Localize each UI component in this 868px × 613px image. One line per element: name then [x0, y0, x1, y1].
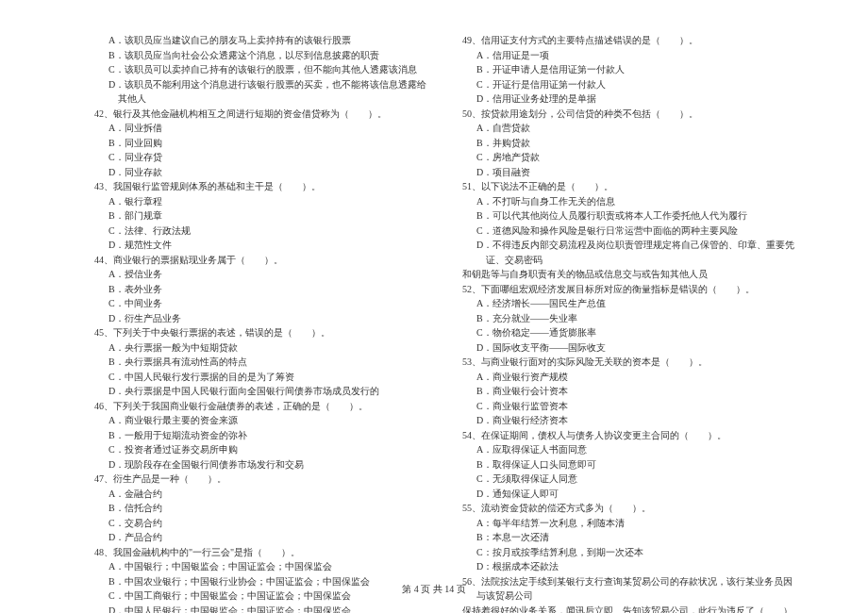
q47-option-a: A．金融合约: [94, 487, 429, 502]
q46-text: 46、下列关于我国商业银行金融债券的表述，正确的是（ ）。: [94, 399, 429, 414]
q44-option-b: B．表外业务: [94, 282, 429, 297]
right-column: 49、信用证支付方式的主要特点描述错误的是（ ）。 A．信用证是一项 B．开证申…: [462, 33, 797, 580]
q43-option-d: D．规范性文件: [94, 238, 429, 253]
q46-option-b: B．一般用于短期流动资金的弥补: [94, 428, 429, 443]
q51-option-c: C．道德风险和操作风险是银行日常运营中面临的两种主要风险: [462, 224, 797, 239]
q50-option-c: C．房地产贷款: [462, 150, 797, 165]
q42-option-c: C．同业存贷: [94, 150, 429, 165]
q52-option-c: C．物价稳定——通货膨胀率: [462, 325, 797, 340]
q41-option-b: B．该职员应当向社会公众透露这个消息，以尽到信息披露的职责: [94, 48, 429, 63]
q42-option-a: A．同业拆借: [94, 121, 429, 136]
q51-option-b: B．可以代其他岗位人员履行职责或将本人工作委托他人代为履行: [462, 208, 797, 224]
q45-option-b: B．央行票据具有流动性高的特点: [94, 355, 429, 370]
q54-option-a: A．应取得保证人书面同意: [462, 442, 797, 457]
q54-option-c: C．无须取得保证人同意: [462, 472, 797, 487]
q50-option-d: D．项目融资: [462, 165, 797, 180]
q53-text: 53、与商业银行面对的实际风险无关联的资本是（ ）。: [462, 355, 797, 370]
page-columns: A．该职员应当建议自己的朋友马上卖掉持有的该银行股票 B．该职员应当向社会公众透…: [94, 33, 797, 580]
q41-option-c: C．该职员可以卖掉自己持有的该银行的股票，但不能向其他人透露该消息: [94, 62, 429, 77]
q49-option-c: C．开证行是信用证第一付款人: [462, 77, 797, 92]
q52-option-d: D．国际收支平衡——国际收支: [462, 340, 797, 356]
q44-option-d: D．衍生产品业务: [94, 311, 429, 326]
q43-option-a: A．银行章程: [94, 194, 429, 209]
q45-option-d: D．央行票据是中国人民银行面向全国银行间债券市场成员发行的: [94, 384, 429, 399]
q45-option-c: C．中国人民银行发行票据的目的是为了筹资: [94, 370, 429, 385]
q49-option-d: D．信用证业务处理的是单据: [462, 91, 797, 107]
q44-option-a: A．授信业务: [94, 267, 429, 282]
q53-option-b: B．商业银行会计资本: [462, 384, 797, 399]
q49-text: 49、信用证支付方式的主要特点描述错误的是（ ）。: [462, 33, 797, 48]
q42-option-d: D．同业存款: [94, 165, 429, 180]
q48-option-a: A．中国银行；中国银监会；中国证监会；中国保监会: [94, 559, 429, 574]
q49-option-b: B．开证申请人是信用证第一付款人: [462, 62, 797, 77]
q54-text: 54、在保证期间，债权人与债务人协议变更主合同的（ ）。: [462, 428, 797, 443]
q44-option-c: C．中间业务: [94, 296, 429, 311]
q52-text: 52、下面哪组宏观经济发展目标所对应的衡量指标是错误的（ ）。: [462, 282, 797, 297]
q50-text: 50、按贷款用途划分，公司信贷的种类不包括（ ）。: [462, 107, 797, 122]
q51-option-d: D．不得违反内部交易流程及岗位职责管理规定将自己保管的、印章、重要凭证、交易密码: [462, 238, 797, 267]
q55-option-a: A：每半年结算一次利息，利随本清: [462, 516, 797, 531]
q51-option-a: A．不打听与自身工作无关的信息: [462, 194, 797, 209]
q48-text: 48、我国金融机构中的"一行三会"是指（ ）。: [94, 545, 429, 560]
left-column: A．该职员应当建议自己的朋友马上卖掉持有的该银行股票 B．该职员应当向社会公众透…: [94, 33, 429, 580]
q47-option-c: C．交易合约: [94, 516, 429, 531]
q42-text: 42、银行及其他金融机构相互之间进行短期的资金借贷称为（ ）。: [94, 107, 429, 122]
q41-option-d: D．该职员不能利用这个消息进行该银行股票的买卖，也不能将该信息透露给其他人: [94, 77, 429, 107]
q55-option-b: B：本息一次还清: [462, 530, 797, 545]
q52-option-b: B．充分就业——失业率: [462, 311, 797, 326]
q47-option-b: B．信托合约: [94, 501, 429, 516]
q54-option-b: B．取得保证人口头同意即可: [462, 457, 797, 472]
page-footer: 第 4 页 共 14 页: [0, 583, 868, 596]
q53-option-a: A．商业银行资产规模: [462, 370, 797, 385]
q53-option-d: D．商业银行经济资本: [462, 413, 797, 428]
q41-option-a: A．该职员应当建议自己的朋友马上卖掉持有的该银行股票: [94, 33, 429, 48]
q51-continuation: 和钥匙等与自身职责有关的物品或信息交与或告知其他人员: [462, 267, 797, 282]
q45-option-a: A．央行票据一般为中短期贷款: [94, 340, 429, 356]
q50-option-a: A．自营贷款: [462, 121, 797, 136]
q47-text: 47、衍生产品是一种（ ）。: [94, 472, 429, 487]
q48-option-d: D．中国人民银行；中国银监会；中国证监会；中国保监会: [94, 604, 429, 614]
q56-continuation: 保持着很好的业务关系，闻讯后立即 告知该贸易公司，此行为违反了（ ）规定。: [462, 604, 797, 614]
q47-option-d: D．产品合约: [94, 530, 429, 545]
q54-option-d: D．通知保证人即可: [462, 487, 797, 502]
q50-option-b: B．并购贷款: [462, 136, 797, 151]
q49-option-a: A．信用证是一项: [462, 48, 797, 63]
q53-option-c: C．商业银行监管资本: [462, 399, 797, 414]
q45-text: 45、下列关于中央银行票据的表述，错误的是（ ）。: [94, 325, 429, 340]
q43-text: 43、我国银行监管规则体系的基础和主干是（ ）。: [94, 179, 429, 194]
q43-option-b: B．部门规章: [94, 208, 429, 224]
q46-option-a: A．商业银行最主要的资金来源: [94, 413, 429, 428]
q46-option-c: C．投资者通过证券交易所申购: [94, 442, 429, 457]
q42-option-b: B．同业回购: [94, 136, 429, 151]
q55-option-d: D：根据成本还款法: [462, 559, 797, 574]
q46-option-d: D．现阶段存在全国银行间债券市场发行和交易: [94, 457, 429, 472]
q44-text: 44、商业银行的票据贴现业务属于（ ）。: [94, 253, 429, 268]
q52-option-a: A．经济增长——国民生产总值: [462, 296, 797, 311]
q43-option-c: C．法律、行政法规: [94, 224, 429, 239]
q55-option-c: C：按月或按季结算利息，到期一次还本: [462, 545, 797, 560]
q51-text: 51、以下说法不正确的是（ ）。: [462, 179, 797, 194]
q55-text: 55、流动资金贷款的偿还方式多为（ ）。: [462, 501, 797, 516]
